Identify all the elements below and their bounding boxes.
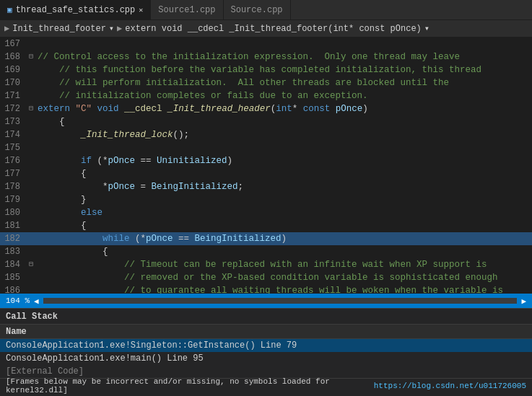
line-content-172: extern "C" void __cdecl _Init_thread_hea… [36,102,532,115]
code-line-176: 176 if (*pOnce == Uninitialized) [0,154,532,167]
gutter-168: ⊟ [26,50,36,63]
code-line-171: 171 // initialization completes or fails… [0,89,532,102]
callstack-panel: Call Stack Name ConsoleApplication1.exe!… [0,308,532,396]
scroll-right-btn[interactable]: ▶ [521,296,526,306]
line-num-177: 177 [0,167,26,180]
code-line-169: 169 // this function before the variable… [0,63,532,76]
line-num-170: 170 [0,76,26,89]
line-content-169: // this function before the variable has… [36,63,532,76]
line-content-183: { [36,245,532,258]
collapse-172[interactable]: ⊟ [29,102,33,115]
breadcrumb-bar: ▶ Init_thread_footer ▾ ▶ extern void __c… [0,20,532,38]
code-line-174: 174 _Init_thread_lock(); [0,128,532,141]
line-num-183: 183 [0,245,26,258]
tab-label-1: thread_safe_statics.cpp [16,5,136,15]
line-num-178: 178 [0,180,26,193]
collapse-184[interactable]: ⊟ [29,258,33,271]
line-content-176: if (*pOnce == Uninitialized) [36,154,532,167]
scroll-left-btn[interactable]: ◀ [34,296,39,306]
callstack-row-1[interactable]: ConsoleApplication1.exe!main() Line 95 [0,352,532,365]
line-num-186: 186 [0,284,26,294]
line-content-173: { [36,115,532,128]
line-content-179: } [36,193,532,206]
tab-label-2: Source1.cpp [158,5,215,15]
callstack-col-header: Name [0,325,532,339]
tab-bar: ▣ thread_safe_statics.cpp ✕ Source1.cpp … [0,0,532,20]
code-line-185: 185 // removed or the XP-based condition… [0,271,532,284]
callstack-row-text-2: [External Code] [6,366,84,377]
callstack-row-2[interactable]: [External Code] [0,365,532,378]
callstack-status-text: [Frames below may be incorrect and/or mi… [6,377,374,395]
line-num-184: 184 [0,258,26,271]
code-line-172: 172 ⊟ extern "C" void __cdecl _Init_thre… [0,102,532,115]
line-num-185: 185 [0,271,26,284]
line-num-176: 176 [0,154,26,167]
line-content-178: *pOnce = BeingInitialized; [36,180,532,193]
breadcrumb-left[interactable]: Init_thread_footer ▾ [12,23,114,34]
line-num-182: 182 [0,232,26,245]
line-content-185: // removed or the XP-based condition var… [36,271,532,284]
code-line-183: 183 { [0,245,532,258]
line-num-180: 180 [0,206,26,219]
callstack-row-text-0: ConsoleApplication1.exe!Singleton::GetIn… [6,340,297,351]
line-content-168: // Control access to the initialization … [36,50,532,63]
breadcrumb-right[interactable]: extern void __cdecl _Init_thread_footer(… [125,23,429,34]
line-num-171: 171 [0,89,26,102]
editor-statusbar: 104 % ◀ ▶ [0,294,532,308]
breadcrumb-arrow-left: ▶ [4,23,9,34]
line-content-181: { [36,219,532,232]
code-line-180: 180 else [0,206,532,219]
code-line-178: 178 *pOnce = BeingInitialized; [0,180,532,193]
callstack-row-0[interactable]: ConsoleApplication1.exe!Singleton::GetIn… [0,339,532,352]
line-content-177: { [36,167,532,180]
code-line-168: 168 ⊟ // Control access to the initializ… [0,50,532,63]
code-line-181: 181 { [0,219,532,232]
callstack-status-bar: [Frames below may be incorrect and/or mi… [0,378,532,392]
callstack-header: Call Stack [0,309,532,325]
callstack-row-text-1: ConsoleApplication1.exe!main() Line 95 [6,353,204,364]
tab-source[interactable]: Source.cpp [224,0,291,19]
line-content-182: while (*pOnce == BeingInitialized) [36,232,532,245]
line-num-172: 172 [0,102,26,115]
gutter-184: ⊟ [26,258,36,271]
line-num-167: 167 [0,38,26,50]
line-num-173: 173 [0,115,26,128]
collapse-168[interactable]: ⊟ [29,50,33,63]
code-line-175: 175 [0,141,532,154]
line-content-170: // will perform initialization. All othe… [36,76,532,89]
line-num-168: 168 [0,50,26,63]
code-line-173: 173 { [0,115,532,128]
breadcrumb-right-dropdown-icon: ▾ [424,23,429,34]
breadcrumb-left-item: Init_thread_footer [12,24,106,34]
col-name: Name [6,327,27,337]
line-content-180: else [36,206,532,219]
line-content-186: // to guarantee all waiting threads will… [36,284,532,294]
code-line-179: 179 } [0,193,532,206]
line-num-179: 179 [0,193,26,206]
tab-thread-safe[interactable]: ▣ thread_safe_statics.cpp ✕ [0,0,151,19]
line-content-174: _Init_thread_lock(); [36,128,532,141]
tab-label-3: Source.cpp [231,5,283,15]
code-line-186: 186 // to guarantee all waiting threads … [0,284,532,294]
code-line-182: 182 while (*pOnce == BeingInitialized) [0,232,532,245]
breadcrumb-right-item: extern void __cdecl _Init_thread_footer(… [125,24,421,34]
tab-close-1[interactable]: ✕ [139,6,143,14]
line-content-171: // initialization completes or fails due… [36,89,532,102]
line-num-169: 169 [0,63,26,76]
code-line-167: 167 [0,38,532,50]
line-num-174: 174 [0,128,26,141]
callstack-link[interactable]: https://blog.csdn.net/u011726005 [374,382,526,390]
breadcrumb-separator: ▶ [117,23,122,34]
cpp-icon: ▣ [7,5,12,14]
zoom-level: 104 % [6,296,30,305]
breadcrumb-dropdown-icon: ▾ [109,23,114,34]
editor-area[interactable]: 167 168 ⊟ // Control access to the initi… [0,38,532,294]
line-num-181: 181 [0,219,26,232]
gutter-172: ⊟ [26,102,36,115]
code-line-170: 170 // will perform initialization. All … [0,76,532,89]
line-num-175: 175 [0,141,26,154]
tab-source1[interactable]: Source1.cpp [151,0,223,19]
scrollbar-track[interactable] [43,298,518,304]
code-line-184: 184 ⊟ // Timeout can be replaced with an… [0,258,532,271]
callstack-title: Call Stack [6,312,58,322]
